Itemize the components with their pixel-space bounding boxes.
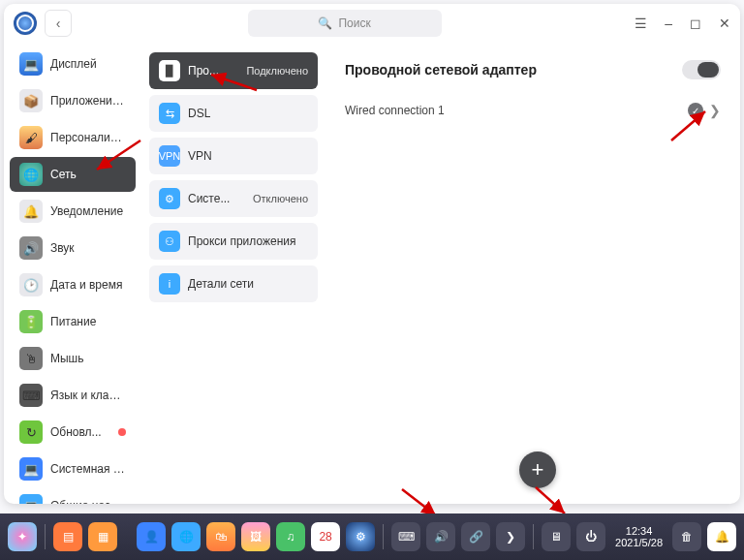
general-icon: 💻 (19, 494, 43, 504)
network-icon: 🌐 (19, 163, 43, 186)
tray-keyboard-icon[interactable]: ⌨ (391, 522, 420, 551)
tray-network-icon[interactable]: 🔗 (461, 522, 490, 551)
tray-desktop-icon[interactable]: 🖥 (542, 522, 571, 551)
sidebar-item-display[interactable]: 💻Дисплей (10, 47, 136, 81)
bell-icon: 🔔 (19, 200, 43, 223)
sidebar-item-mouse[interactable]: 🖱Мышь (10, 341, 136, 376)
update-badge (118, 428, 126, 436)
connected-check-icon: ✓ (688, 103, 703, 118)
apps-icon: 📦 (19, 89, 43, 112)
connection-row[interactable]: Wired connection 1 ✓ ❯ (345, 97, 721, 124)
update-icon: ↻ (19, 420, 43, 444)
keyboard-icon: ⌨ (19, 384, 43, 407)
adapter-toggle[interactable] (682, 60, 721, 79)
vpn-icon: VPN (159, 145, 180, 167)
window-body: 💻Дисплей 📦Приложения ... 🖌Персонализа...… (4, 43, 740, 504)
sidebar: 💻Дисплей 📦Приложения ... 🖌Персонализа...… (4, 43, 141, 504)
search-placeholder: Поиск (338, 16, 370, 30)
tray-clock[interactable]: 12:342021/5/28 (615, 525, 663, 548)
sidebar-item-notifications[interactable]: 🔔Уведомление (10, 194, 136, 229)
tray-more-icon[interactable]: ❯ (496, 522, 525, 551)
tray-trash-icon[interactable]: 🗑 (672, 522, 701, 551)
midpanel-item-dsl[interactable]: ⇆DSL (149, 95, 318, 132)
content-title: Проводной сетевой адаптер (345, 62, 537, 78)
back-button[interactable]: ‹ (45, 10, 72, 37)
netinfo-icon: i (159, 273, 180, 295)
display-icon: 💻 (19, 52, 43, 76)
sidebar-item-datetime[interactable]: 🕑Дата и время (10, 267, 136, 302)
sidebar-item-updates[interactable]: ↻Обновл... (10, 415, 136, 450)
sidebar-item-keyboard[interactable]: ⌨Язык и клави... (10, 378, 136, 413)
tray-notifications-icon[interactable]: 🔔 (707, 522, 736, 551)
sidebar-item-network[interactable]: 🌐Сеть (10, 157, 136, 192)
content-header: Проводной сетевой адаптер (345, 60, 721, 79)
dock-app-store[interactable]: 🛍 (206, 522, 235, 551)
search-input[interactable]: 🔍 Поиск (248, 10, 442, 37)
sidebar-item-apps[interactable]: 📦Приложения ... (10, 83, 136, 118)
battery-icon: 🔋 (19, 310, 43, 333)
midpanel-item-wired[interactable]: ▉Про...Подключено (149, 52, 318, 89)
sidebar-item-power[interactable]: 🔋Питание (10, 304, 136, 339)
tray-volume-icon[interactable]: 🔊 (426, 522, 455, 551)
midpanel-item-app-proxy[interactable]: ⚇Прокси приложения (149, 223, 318, 260)
sidebar-item-sysinfo[interactable]: 💻Системная ин... (10, 451, 136, 486)
titlebar: ‹ 🔍 Поиск ☰ – ◻ ✕ (4, 4, 740, 43)
dock-app-web[interactable]: 🌐 (171, 522, 201, 551)
minimize-button[interactable]: – (665, 16, 672, 31)
ethernet-icon: ▉ (159, 60, 180, 81)
dock: ✦ ▤ ▦ 👤 🌐 🛍 🖼 ♫ 28 ⚙ ⌨ 🔊 🔗 ❯ 🖥 ⏻ 12:3420… (0, 513, 744, 560)
dock-app-browser[interactable]: 👤 (137, 522, 166, 551)
menu-icon[interactable]: ☰ (635, 16, 647, 31)
sidebar-item-personalization[interactable]: 🖌Персонализа... (10, 120, 136, 155)
dock-app-2[interactable]: ▦ (88, 522, 117, 551)
network-category-panel: ▉Про...Подключено ⇆DSL VPNVPN ⚙Систе...О… (141, 43, 326, 504)
content-pane: Проводной сетевой адаптер Wired connecti… (326, 43, 740, 504)
midpanel-item-details[interactable]: iДетали сети (149, 265, 318, 302)
sidebar-item-sound[interactable]: 🔊Звук (10, 231, 136, 265)
sidebar-item-general[interactable]: 💻Общие настр... (10, 488, 136, 504)
app-proxy-icon: ⚇ (159, 231, 180, 252)
info-icon: 💻 (19, 457, 43, 481)
dock-app-settings[interactable]: ⚙ (346, 522, 375, 551)
launcher-icon[interactable]: ✦ (8, 522, 37, 551)
settings-window: ‹ 🔍 Поиск ☰ – ◻ ✕ 💻Дисплей 📦Приложения .… (4, 4, 740, 504)
add-connection-button[interactable]: + (519, 451, 556, 488)
app-icon (14, 12, 37, 35)
tray-power-icon[interactable]: ⏻ (576, 522, 605, 551)
dsl-icon: ⇆ (159, 103, 180, 124)
dock-app-music[interactable]: ♫ (276, 522, 305, 551)
dock-app-1[interactable]: ▤ (53, 522, 82, 551)
proxy-icon: ⚙ (159, 188, 180, 209)
clock-icon: 🕑 (19, 273, 43, 296)
dock-app-calendar[interactable]: 28 (311, 522, 340, 551)
chevron-right-icon[interactable]: ❯ (709, 103, 721, 118)
speaker-icon: 🔊 (19, 236, 43, 260)
brush-icon: 🖌 (19, 126, 43, 149)
dock-app-photos[interactable]: 🖼 (241, 522, 270, 551)
midpanel-item-vpn[interactable]: VPNVPN (149, 138, 318, 174)
close-button[interactable]: ✕ (719, 16, 730, 31)
maximize-button[interactable]: ◻ (690, 16, 701, 31)
connection-name: Wired connection 1 (345, 104, 445, 117)
midpanel-item-system-proxy[interactable]: ⚙Систе...Отключено (149, 180, 318, 217)
mouse-icon: 🖱 (19, 347, 43, 370)
search-icon: 🔍 (318, 16, 332, 30)
